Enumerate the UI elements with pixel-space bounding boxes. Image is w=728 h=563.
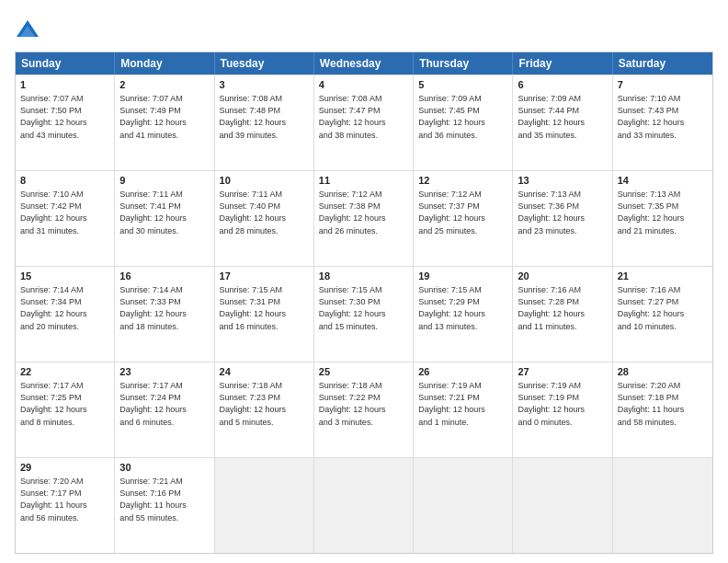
calendar-cell: [314, 458, 414, 553]
calendar-cell: 27Sunrise: 7:19 AMSunset: 7:19 PMDayligh…: [513, 362, 612, 457]
calendar-cell: 1Sunrise: 7:07 AMSunset: 7:50 PMDaylight…: [16, 75, 115, 170]
calendar-cell: 26Sunrise: 7:19 AMSunset: 7:21 PMDayligh…: [414, 362, 513, 457]
calendar-cell: [613, 458, 712, 553]
cell-details: Sunrise: 7:14 AMSunset: 7:33 PMDaylight:…: [119, 284, 209, 332]
day-number: 19: [418, 270, 507, 283]
cell-details: Sunrise: 7:17 AMSunset: 7:25 PMDaylight:…: [20, 380, 109, 428]
cell-details: Sunrise: 7:18 AMSunset: 7:23 PMDaylight:…: [220, 380, 309, 428]
cell-details: Sunrise: 7:19 AMSunset: 7:19 PMDaylight:…: [518, 380, 607, 428]
cell-details: Sunrise: 7:08 AMSunset: 7:47 PMDaylight:…: [319, 93, 408, 141]
calendar: SundayMondayTuesdayWednesdayThursdayFrid…: [15, 52, 713, 554]
calendar-header: SundayMondayTuesdayWednesdayThursdayFrid…: [16, 52, 712, 75]
day-number: 18: [319, 270, 408, 283]
calendar-cell: 19Sunrise: 7:15 AMSunset: 7:29 PMDayligh…: [414, 267, 513, 362]
calendar-cell: 29Sunrise: 7:20 AMSunset: 7:17 PMDayligh…: [16, 458, 115, 553]
calendar-cell: 18Sunrise: 7:15 AMSunset: 7:30 PMDayligh…: [314, 267, 414, 362]
cell-details: Sunrise: 7:07 AMSunset: 7:49 PMDaylight:…: [119, 93, 209, 141]
calendar-cell: 5Sunrise: 7:09 AMSunset: 7:45 PMDaylight…: [414, 75, 513, 170]
cell-details: Sunrise: 7:10 AMSunset: 7:42 PMDaylight:…: [20, 189, 109, 236]
calendar-cell: 30Sunrise: 7:21 AMSunset: 7:16 PMDayligh…: [115, 458, 214, 553]
day-number: 20: [518, 270, 607, 283]
cell-details: Sunrise: 7:07 AMSunset: 7:50 PMDaylight:…: [20, 93, 109, 141]
calendar-cell: 13Sunrise: 7:13 AMSunset: 7:36 PMDayligh…: [513, 171, 612, 266]
cell-details: Sunrise: 7:12 AMSunset: 7:38 PMDaylight:…: [319, 189, 408, 236]
day-number: 9: [119, 174, 209, 188]
day-number: 1: [20, 78, 109, 92]
day-number: 7: [618, 78, 708, 92]
day-number: 8: [20, 174, 109, 188]
calendar-cell: 14Sunrise: 7:13 AMSunset: 7:35 PMDayligh…: [613, 171, 712, 266]
cell-details: Sunrise: 7:10 AMSunset: 7:43 PMDaylight:…: [618, 93, 708, 141]
day-number: 29: [20, 461, 109, 475]
day-number: 30: [119, 461, 209, 475]
day-number: 14: [618, 174, 708, 188]
calendar-cell: 23Sunrise: 7:17 AMSunset: 7:24 PMDayligh…: [115, 362, 214, 457]
day-number: 22: [20, 365, 109, 379]
day-number: 16: [119, 270, 209, 283]
calendar-cell: 22Sunrise: 7:17 AMSunset: 7:25 PMDayligh…: [16, 362, 115, 457]
calendar-cell: 9Sunrise: 7:11 AMSunset: 7:41 PMDaylight…: [115, 171, 214, 266]
day-number: 17: [220, 270, 309, 283]
day-number: 28: [618, 365, 708, 379]
cell-details: Sunrise: 7:09 AMSunset: 7:45 PMDaylight:…: [418, 93, 507, 141]
cell-details: Sunrise: 7:09 AMSunset: 7:44 PMDaylight:…: [518, 93, 607, 141]
cell-details: Sunrise: 7:15 AMSunset: 7:30 PMDaylight:…: [319, 284, 408, 332]
day-number: 5: [418, 78, 507, 92]
calendar-cell: 10Sunrise: 7:11 AMSunset: 7:40 PMDayligh…: [215, 171, 314, 266]
day-number: 2: [119, 78, 209, 92]
day-number: 25: [319, 365, 408, 379]
header: [15, 15, 713, 44]
calendar-cell: 8Sunrise: 7:10 AMSunset: 7:42 PMDaylight…: [16, 171, 115, 266]
cell-details: Sunrise: 7:16 AMSunset: 7:28 PMDaylight:…: [518, 284, 607, 332]
cell-details: Sunrise: 7:12 AMSunset: 7:37 PMDaylight:…: [418, 189, 507, 236]
header-day-tuesday: Tuesday: [215, 52, 314, 75]
calendar-cell: 25Sunrise: 7:18 AMSunset: 7:22 PMDayligh…: [314, 362, 414, 457]
cell-details: Sunrise: 7:17 AMSunset: 7:24 PMDaylight:…: [119, 380, 209, 428]
page: SundayMondayTuesdayWednesdayThursdayFrid…: [0, 0, 728, 563]
calendar-row-2: 8Sunrise: 7:10 AMSunset: 7:42 PMDaylight…: [16, 170, 712, 266]
cell-details: Sunrise: 7:20 AMSunset: 7:18 PMDaylight:…: [618, 380, 708, 428]
header-day-friday: Friday: [513, 52, 612, 75]
calendar-cell: 20Sunrise: 7:16 AMSunset: 7:28 PMDayligh…: [513, 267, 612, 362]
calendar-cell: 3Sunrise: 7:08 AMSunset: 7:48 PMDaylight…: [215, 75, 314, 170]
calendar-cell: 6Sunrise: 7:09 AMSunset: 7:44 PMDaylight…: [513, 75, 612, 170]
calendar-cell: 28Sunrise: 7:20 AMSunset: 7:18 PMDayligh…: [613, 362, 712, 457]
header-day-sunday: Sunday: [16, 52, 115, 75]
cell-details: Sunrise: 7:08 AMSunset: 7:48 PMDaylight:…: [220, 93, 309, 141]
day-number: 21: [618, 270, 708, 283]
header-day-monday: Monday: [115, 52, 214, 75]
day-number: 4: [319, 78, 408, 92]
day-number: 27: [518, 365, 607, 379]
cell-details: Sunrise: 7:18 AMSunset: 7:22 PMDaylight:…: [319, 380, 408, 428]
calendar-cell: 21Sunrise: 7:16 AMSunset: 7:27 PMDayligh…: [613, 267, 712, 362]
calendar-cell: 17Sunrise: 7:15 AMSunset: 7:31 PMDayligh…: [215, 267, 314, 362]
calendar-body: 1Sunrise: 7:07 AMSunset: 7:50 PMDaylight…: [16, 75, 712, 553]
day-number: 15: [20, 270, 109, 283]
day-number: 3: [220, 78, 309, 92]
day-number: 23: [119, 365, 209, 379]
logo: [15, 18, 44, 44]
cell-details: Sunrise: 7:13 AMSunset: 7:35 PMDaylight:…: [618, 189, 708, 236]
day-number: 24: [220, 365, 309, 379]
calendar-cell: [414, 458, 513, 553]
cell-details: Sunrise: 7:14 AMSunset: 7:34 PMDaylight:…: [20, 284, 109, 332]
cell-details: Sunrise: 7:16 AMSunset: 7:27 PMDaylight:…: [618, 284, 708, 332]
day-number: 6: [518, 78, 607, 92]
calendar-row-1: 1Sunrise: 7:07 AMSunset: 7:50 PMDaylight…: [16, 75, 712, 170]
header-day-wednesday: Wednesday: [314, 52, 414, 75]
calendar-row-4: 22Sunrise: 7:17 AMSunset: 7:25 PMDayligh…: [16, 362, 712, 457]
day-number: 26: [418, 365, 507, 379]
logo-icon: [15, 18, 40, 44]
calendar-cell: 24Sunrise: 7:18 AMSunset: 7:23 PMDayligh…: [215, 362, 314, 457]
calendar-row-5: 29Sunrise: 7:20 AMSunset: 7:17 PMDayligh…: [16, 457, 712, 553]
calendar-cell: 7Sunrise: 7:10 AMSunset: 7:43 PMDaylight…: [613, 75, 712, 170]
calendar-cell: 12Sunrise: 7:12 AMSunset: 7:37 PMDayligh…: [414, 171, 513, 266]
cell-details: Sunrise: 7:11 AMSunset: 7:41 PMDaylight:…: [119, 189, 209, 236]
cell-details: Sunrise: 7:20 AMSunset: 7:17 PMDaylight:…: [20, 476, 109, 523]
cell-details: Sunrise: 7:15 AMSunset: 7:29 PMDaylight:…: [418, 284, 507, 332]
calendar-row-3: 15Sunrise: 7:14 AMSunset: 7:34 PMDayligh…: [16, 266, 712, 362]
cell-details: Sunrise: 7:13 AMSunset: 7:36 PMDaylight:…: [518, 189, 607, 236]
cell-details: Sunrise: 7:21 AMSunset: 7:16 PMDaylight:…: [119, 476, 209, 523]
cell-details: Sunrise: 7:11 AMSunset: 7:40 PMDaylight:…: [220, 189, 309, 236]
day-number: 11: [319, 174, 408, 188]
